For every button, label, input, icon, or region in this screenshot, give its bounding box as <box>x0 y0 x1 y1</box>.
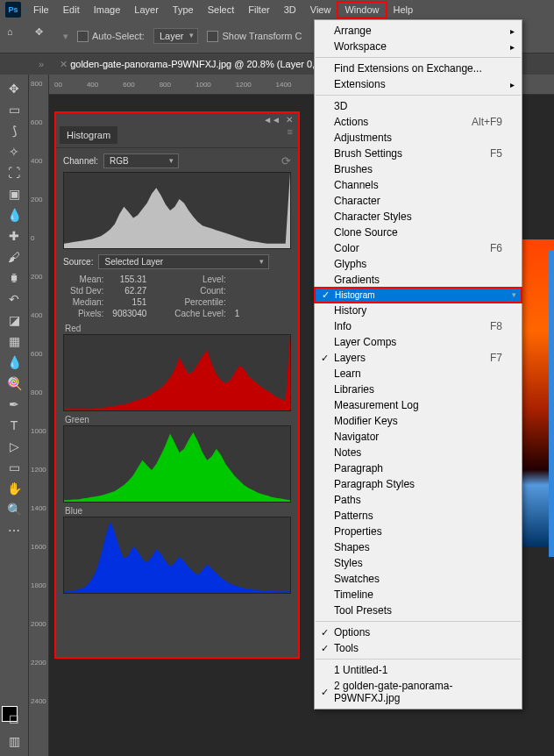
ruler-vertical: 8006004002000200400600800100012001400160… <box>29 75 49 756</box>
menu-item-shapes[interactable]: Shapes <box>315 539 522 555</box>
menu-item-info[interactable]: InfoF8 <box>315 318 522 334</box>
document-tab[interactable]: ✕ golden-gate-panorama-P9WNFXJ.jpg @ 20.… <box>51 55 336 74</box>
menu-item-workspace[interactable]: Workspace <box>315 39 522 54</box>
quick-mask-icon[interactable]: ◻ <box>2 708 26 729</box>
tool-frame[interactable]: ▣ <box>2 183 26 204</box>
tool-marquee[interactable]: ▭ <box>2 99 26 120</box>
app-logo: Ps <box>5 2 21 18</box>
tool-hand[interactable]: ✋ <box>2 478 26 499</box>
menu-item-properties[interactable]: Properties <box>315 524 522 539</box>
menu-type[interactable]: Type <box>166 2 201 18</box>
menu-edit[interactable]: Edit <box>56 2 87 18</box>
tool-eyedropper[interactable]: 💧 <box>2 204 26 225</box>
tool-heal[interactable]: ✚ <box>2 225 26 246</box>
auto-select-checkbox[interactable]: Auto-Select: <box>77 31 145 42</box>
menu-item-brush-settings[interactable]: Brush SettingsF5 <box>315 146 522 161</box>
menu-item-tool-presets[interactable]: Tool Presets <box>315 603 522 618</box>
menu-filter[interactable]: Filter <box>241 2 276 18</box>
tool-move[interactable]: ✥ <box>2 78 26 99</box>
tool-stamp[interactable]: ⧯ <box>2 267 26 289</box>
chevron-right-icon[interactable]: » <box>39 59 44 69</box>
tool-crop[interactable]: ⛶ <box>2 162 26 183</box>
menu-3d[interactable]: 3D <box>277 2 303 18</box>
red-label: Red <box>65 324 291 333</box>
refresh-icon[interactable]: ⟳ <box>281 154 291 168</box>
menu-item-swatches[interactable]: Swatches <box>315 571 522 587</box>
menu-item-history[interactable]: History <box>315 303 522 318</box>
menu-item-adjustments[interactable]: Adjustments <box>315 130 522 146</box>
tool-pen[interactable]: ✒ <box>2 394 26 415</box>
svg-marker-2 <box>64 432 290 502</box>
tool-type[interactable]: T <box>2 415 26 436</box>
tool-brush[interactable]: 🖌 <box>2 246 26 267</box>
menu-item-find-extensions-on-exchange-[interactable]: Find Extensions on Exchange... <box>315 61 522 76</box>
source-select[interactable]: Selected Layer <box>98 254 269 269</box>
histogram-stats: Mean:155.31 Std Dev:62.27 Median:151 Pix… <box>65 273 289 320</box>
menu-item-modifier-keys[interactable]: Modifier Keys <box>315 413 522 429</box>
menu-item-tools[interactable]: Tools <box>315 640 522 656</box>
menu-item-options[interactable]: Options <box>315 624 522 640</box>
menu-item-2-golden-gate-panorama-p9wnfxj-jpg[interactable]: 2 golden-gate-panorama-P9WNFXJ.jpg <box>315 678 522 706</box>
menu-item-color[interactable]: ColorF6 <box>315 240 522 256</box>
tool-shape[interactable]: ▭ <box>2 457 26 478</box>
layer-select[interactable]: Layer <box>153 28 199 44</box>
close-icon[interactable]: ✕ <box>286 115 293 125</box>
menu-item-gradients[interactable]: Gradients <box>315 272 522 288</box>
menu-item-actions[interactable]: ActionsAlt+F9 <box>315 114 522 130</box>
move-tool-icon[interactable]: ✥ <box>35 26 54 46</box>
collapse-icon[interactable]: ◄◄ <box>263 115 281 125</box>
tool-dodge[interactable]: 🍭 <box>2 373 26 394</box>
menu-item-1-untitled-1[interactable]: 1 Untitled-1 <box>315 662 522 678</box>
green-label: Green <box>65 415 291 424</box>
menu-item-3d[interactable]: 3D <box>315 98 522 114</box>
menu-item-styles[interactable]: Styles <box>315 555 522 571</box>
menu-item-navigator[interactable]: Navigator <box>315 429 522 445</box>
menu-item-timeline[interactable]: Timeline <box>315 587 522 603</box>
menu-item-histogram[interactable]: Histogram <box>315 288 522 303</box>
tool-zoom[interactable]: 🔍 <box>2 499 26 520</box>
menu-item-patterns[interactable]: Patterns <box>315 508 522 524</box>
channel-select[interactable]: RGB <box>103 153 179 168</box>
menu-window[interactable]: Window <box>337 2 386 18</box>
source-label: Source: <box>63 257 93 267</box>
tool-path-select[interactable]: ▷ <box>2 436 26 457</box>
menu-item-measurement-log[interactable]: Measurement Log <box>315 397 522 413</box>
panel-menu-icon[interactable]: ≡ <box>288 126 293 147</box>
menu-item-channels[interactable]: Channels <box>315 177 522 193</box>
tool-more[interactable]: ⋯ <box>2 520 26 541</box>
menu-item-layer-comps[interactable]: Layer Comps <box>315 334 522 350</box>
menu-image[interactable]: Image <box>87 2 128 18</box>
menu-item-brushes[interactable]: Brushes <box>315 161 522 177</box>
menu-view[interactable]: View <box>303 2 338 18</box>
histogram-rgb <box>63 172 291 249</box>
show-transform-checkbox[interactable]: Show Transform C <box>207 31 302 42</box>
screen-mode-icon[interactable]: ▥ <box>2 731 26 752</box>
menu-select[interactable]: Select <box>201 2 242 18</box>
tool-blur[interactable]: 💧 <box>2 352 26 373</box>
menu-item-layers[interactable]: LayersF7 <box>315 350 522 366</box>
menu-item-notes[interactable]: Notes <box>315 445 522 460</box>
menu-item-paragraph-styles[interactable]: Paragraph Styles <box>315 476 522 492</box>
image-content <box>549 250 554 557</box>
menu-file[interactable]: File <box>26 2 56 18</box>
menu-item-paths[interactable]: Paths <box>315 492 522 508</box>
tool-history-brush[interactable]: ↶ <box>2 289 26 310</box>
menu-item-clone-source[interactable]: Clone Source <box>315 225 522 240</box>
menu-item-libraries[interactable]: Libraries <box>315 382 522 397</box>
menu-layer[interactable]: Layer <box>127 2 166 18</box>
tool-gradient[interactable]: ▦ <box>2 331 26 352</box>
menu-item-character[interactable]: Character <box>315 193 522 209</box>
histogram-red <box>63 334 291 411</box>
tool-lasso[interactable]: ⟆ <box>2 120 26 141</box>
menu-item-extensions[interactable]: Extensions <box>315 76 522 92</box>
tool-eraser[interactable]: ◪ <box>2 310 26 331</box>
menu-item-glyphs[interactable]: Glyphs <box>315 256 522 272</box>
menu-item-learn[interactable]: Learn <box>315 366 522 382</box>
menu-item-paragraph[interactable]: Paragraph <box>315 460 522 476</box>
home-icon[interactable]: ⌂ <box>7 26 26 46</box>
menu-help[interactable]: Help <box>387 2 421 18</box>
menu-item-character-styles[interactable]: Character Styles <box>315 209 522 225</box>
menu-item-arrange[interactable]: Arrange <box>315 23 522 39</box>
histogram-tab[interactable]: Histogram <box>60 126 117 144</box>
tool-wand[interactable]: ✧ <box>2 141 26 162</box>
